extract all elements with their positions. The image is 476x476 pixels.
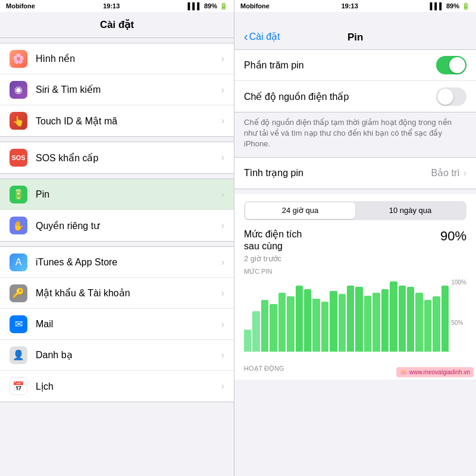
itunes-chevron-icon: › [221, 257, 224, 268]
settings-item-wallpaper[interactable]: 🌸Hình nền› [0, 43, 234, 74]
right-status-right: ▌▌▌ 89% 🔋 [430, 2, 470, 10]
battery-status-chevron-icon: › [464, 168, 466, 178]
mail-chevron-icon: › [221, 319, 224, 330]
watermark-lotus-icon: 🪷 [400, 369, 407, 375]
calendar-icon: 📅 [10, 377, 27, 395]
bar-chart-right-labels: 100% 50% [451, 278, 466, 361]
siri-icon: ◉ [10, 81, 27, 99]
sos-chevron-icon: › [221, 152, 224, 163]
bar-14 [364, 296, 371, 352]
battery-percent-label: Phần trăm pin [244, 60, 436, 71]
touchid-label: Touch ID & Mật mã [36, 115, 221, 127]
siri-chevron-icon: › [221, 84, 224, 95]
settings-item-password[interactable]: 🔑Mật khẩu & Tài khoản› [0, 278, 234, 309]
bar-23 [441, 286, 449, 352]
back-chevron-icon: ‹ [244, 30, 248, 43]
right-nav-bar: ‹ Cài đặt Pin [234, 12, 476, 50]
low-power-toggle[interactable] [436, 87, 466, 106]
privacy-label: Quyền riêng tư [36, 220, 221, 231]
left-signal-icon: ▌▌▌ [188, 2, 202, 10]
settings-list: 🌸Hình nền›◉Siri & Tìm kiếm›👆Touch ID & M… [0, 38, 234, 476]
bar-19 [407, 287, 414, 352]
chart-main-info: Mức điện tíchsau cùng 2 giờ trước [244, 228, 302, 264]
mail-icon: ✉ [10, 315, 27, 333]
chart-tab-10d[interactable]: 10 ngày qua [355, 202, 465, 219]
chart-main-label: Mức điện tíchsau cùng [244, 228, 302, 253]
password-chevron-icon: › [221, 288, 224, 299]
chart-value-row: Mức điện tíchsau cùng 2 giờ trước 90% [244, 228, 466, 264]
itunes-icon: A [10, 253, 27, 271]
calendar-label: Lịch [36, 381, 221, 392]
touchid-chevron-icon: › [221, 115, 224, 126]
bar-label-100: 100% [451, 279, 466, 286]
battery-percent-toggle[interactable] [436, 56, 466, 74]
right-battery-icon: 🔋 [462, 2, 470, 10]
watermark: 🪷 www.meovatgiadinh.vn [396, 367, 474, 377]
bar-9 [321, 302, 328, 352]
bar-13 [355, 287, 362, 352]
bar-11 [339, 294, 346, 352]
right-carrier: Mobifone [240, 2, 270, 10]
bar-5 [287, 296, 294, 352]
settings-item-contacts[interactable]: 👤Danh bạ› [0, 340, 234, 371]
settings-section-2: SOSSOS khẩn cấp› [0, 142, 234, 174]
bar-label-50: 50% [451, 320, 466, 326]
left-status-right: ▌▌▌ 89% 🔋 [188, 2, 228, 10]
contacts-label: Danh bạ [36, 349, 221, 361]
settings-item-mail[interactable]: ✉Mail› [0, 309, 234, 340]
settings-item-siri[interactable]: ◉Siri & Tìm kiếm› [0, 74, 234, 105]
settings-section-1: 🌸Hình nền›◉Siri & Tìm kiếm›👆Touch ID & M… [0, 43, 234, 137]
calendar-chevron-icon: › [221, 381, 224, 392]
right-time: 19:13 [342, 2, 358, 10]
bar-20 [415, 293, 422, 352]
right-battery-text: 89% [446, 2, 459, 10]
wallpaper-icon: 🌸 [10, 50, 27, 68]
password-label: Mật khẩu & Tài khoản [36, 287, 221, 299]
battery-icon: 🔋 [10, 186, 27, 203]
toggle-thumb-2 [437, 89, 453, 105]
right-signal-icon: ▌▌▌ [430, 2, 444, 10]
battery-label: Pin [36, 189, 221, 200]
settings-item-battery[interactable]: 🔋Pin› [0, 179, 234, 210]
bar-chart: 100% 50% [244, 278, 466, 361]
back-button[interactable]: ‹ Cài đặt [244, 30, 280, 43]
settings-item-calendar[interactable]: 📅Lịch› [0, 371, 234, 402]
siri-label: Siri & Tìm kiếm [36, 84, 221, 95]
settings-item-touchid[interactable]: 👆Touch ID & Mật mã› [0, 105, 234, 136]
bar-7 [304, 289, 311, 352]
low-power-label: Chế độ nguồn điện thấp [244, 91, 436, 102]
wallpaper-label: Hình nền [36, 53, 221, 64]
back-label: Cài đặt [249, 31, 280, 42]
mail-label: Mail [36, 319, 221, 330]
watermark-text: www.meovatgiadinh.vn [409, 369, 470, 375]
bar-22 [433, 296, 440, 352]
left-nav-title: Cài đặt [100, 18, 134, 31]
battery-status-row[interactable]: Tình trạng pin Bảo trì › [234, 158, 476, 189]
bar-10 [330, 291, 337, 352]
toggle-thumb [449, 57, 465, 73]
left-nav-bar: Cài đặt [0, 12, 234, 38]
left-panel: Mobifone 19:13 ▌▌▌ 89% 🔋 Cài đặt 🌸Hình n… [0, 0, 234, 476]
toggle-section: Phần trăm pin Chế độ nguồn điện thấp [234, 50, 476, 112]
settings-item-privacy[interactable]: ✋Quyền riêng tư› [0, 210, 234, 241]
chart-tab-24h[interactable]: 24 giờ qua [245, 202, 355, 219]
chart-axis-label: MỨC PIN [244, 268, 466, 275]
settings-item-sos[interactable]: SOSSOS khẩn cấp› [0, 142, 234, 173]
bar-1 [252, 311, 259, 352]
privacy-icon: ✋ [10, 217, 27, 234]
description-section: Chế độ nguồn điện thấp tạm thời giảm hoạ… [234, 112, 476, 158]
bar-6 [296, 286, 303, 352]
touchid-icon: 👆 [10, 112, 27, 130]
bar-2 [261, 300, 268, 352]
chart-percent: 90% [440, 228, 466, 244]
settings-section-3: 🔋Pin›✋Quyền riêng tư› [0, 178, 234, 242]
bar-21 [424, 300, 431, 352]
settings-item-itunes[interactable]: AiTunes & App Store› [0, 247, 234, 278]
battery-status-label: Tình trạng pin [244, 167, 431, 178]
itunes-label: iTunes & App Store [36, 257, 221, 268]
bar-4 [278, 293, 286, 352]
bar-8 [312, 299, 320, 352]
chart-tabs: 24 giờ qua 10 ngày qua [244, 201, 466, 220]
battery-status-section: Tình trạng pin Bảo trì › [234, 158, 476, 189]
right-content: Phần trăm pin Chế độ nguồn điện thấp Chế… [234, 50, 476, 476]
